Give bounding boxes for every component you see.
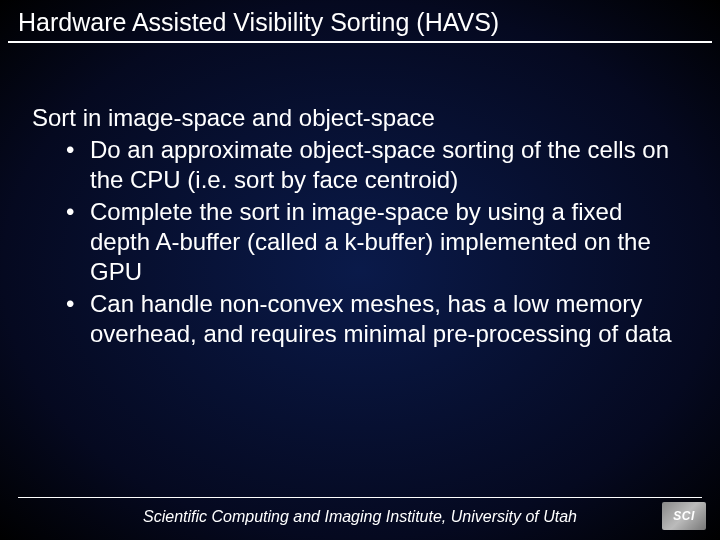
slide-body: Sort in image-space and object-space Do … [0, 43, 720, 349]
lead-text: Sort in image-space and object-space [32, 103, 688, 133]
slide-title: Hardware Assisted Visibility Sorting (HA… [8, 0, 712, 43]
footer-rule [18, 497, 702, 498]
bullet-item: Do an approximate object-space sorting o… [66, 135, 688, 195]
footer-text: Scientific Computing and Imaging Institu… [0, 508, 720, 526]
bullet-list: Do an approximate object-space sorting o… [32, 135, 688, 349]
sci-logo-icon: SCI [662, 502, 706, 530]
bullet-item: Can handle non-convex meshes, has a low … [66, 289, 688, 349]
bullet-item: Complete the sort in image-space by usin… [66, 197, 688, 287]
